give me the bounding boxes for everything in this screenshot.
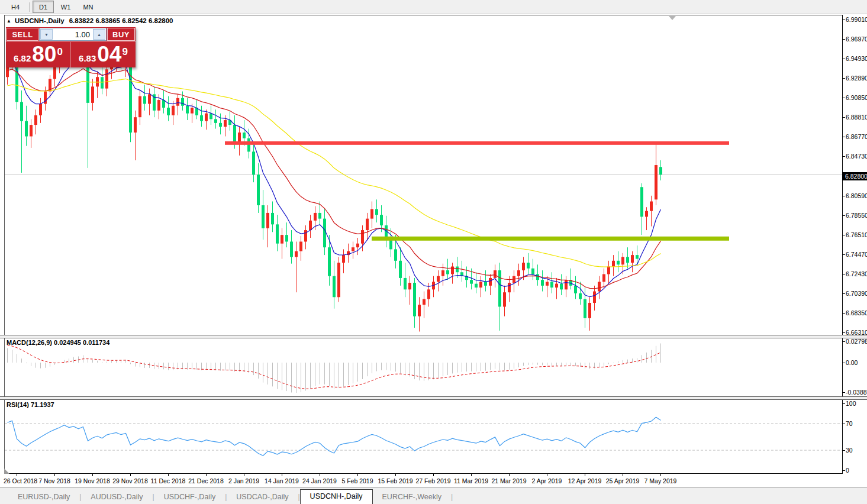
chart-tab-usdchf[interactable]: USDCHF-,Daily <box>154 490 225 504</box>
pane-resize-gripper[interactable] <box>4 469 9 474</box>
price-axis-label: 6.90850 <box>846 94 867 101</box>
rsi-axis-tick <box>843 470 845 471</box>
time-axis-tick <box>130 474 131 476</box>
price-axis-tick <box>843 59 845 59</box>
time-axis-label: 2 Apr 2019 <box>528 477 566 484</box>
chart-tab-eurusd[interactable]: EURUSD-,Daily <box>8 490 79 504</box>
price-axis-label: 6.80590 <box>846 192 867 199</box>
time-axis-tick <box>357 474 358 476</box>
rsi-axis-label: 30 <box>846 447 853 454</box>
rsi-axis-label: 70 <box>846 420 853 427</box>
chart-shift-marker[interactable] <box>669 16 676 20</box>
price-axis-tick <box>843 137 845 137</box>
rsi-indicator-canvas[interactable] <box>0 400 843 474</box>
time-axis-label: 21 Dec 2018 <box>187 477 225 484</box>
price-axis-label: 6.88810 <box>846 114 867 121</box>
trading-terminal: H4D1W1MN ▲ USDCNH-,Daily 6.83822 6.83865… <box>0 0 867 504</box>
volume-stepper: ▼ ▲ <box>39 28 107 41</box>
price-axis-tick <box>843 274 845 274</box>
macd-indicator-canvas[interactable] <box>0 338 843 397</box>
price-axis-label: 6.68350 <box>846 309 867 316</box>
price-axis-label: 6.66310 <box>846 329 867 336</box>
price-axis-label: 6.72430 <box>846 270 867 277</box>
price-axis-label: 6.96970 <box>846 35 867 43</box>
time-axis-label: 2 Jan 2019 <box>225 477 263 484</box>
price-axis-tick <box>843 235 845 235</box>
time-axis-tick <box>585 474 585 476</box>
macd-axis-label: -0.038874 <box>846 389 867 396</box>
timeframe-button-d1[interactable]: D1 <box>33 1 54 13</box>
time-axis-tick <box>244 474 244 476</box>
time-axis-label: 11 Dec 2018 <box>149 477 187 484</box>
time-axis-tick <box>168 474 169 476</box>
rsi-axis-tick <box>843 424 845 424</box>
sell-price-sup: 0 <box>57 46 62 58</box>
price-axis-label: 6.76510 <box>846 231 867 238</box>
current-price-badge: 6.82800 <box>843 172 867 180</box>
time-axis-tick <box>547 474 547 476</box>
price-axis-tick <box>843 313 845 314</box>
time-axis-tick <box>395 474 396 476</box>
rsi-axis-label: 100 <box>846 400 856 407</box>
collapse-icon[interactable]: ▲ <box>7 18 11 24</box>
time-axis-label: 15 Feb 2019 <box>376 477 414 484</box>
rsi-label: RSI(14) 71.1937 <box>7 401 54 408</box>
price-axis-tick <box>843 20 845 20</box>
price-axis-label: 6.94930 <box>846 55 867 62</box>
timeframe-button-h4[interactable]: H4 <box>5 1 26 13</box>
time-axis-tick <box>509 474 510 476</box>
buy-button[interactable]: BUY <box>107 28 135 41</box>
caret-down-icon: ▼ <box>44 33 49 37</box>
time-axis-label: 14 Jan 2019 <box>263 477 301 484</box>
price-axis-label: 6.78550 <box>846 212 867 219</box>
chart-tab-audusd[interactable]: AUDUSD-,Daily <box>81 490 152 504</box>
time-axis-tick <box>17 474 17 476</box>
sell-button[interactable]: SELL <box>7 28 38 41</box>
volume-decrease-button[interactable]: ▼ <box>40 29 53 40</box>
time-axis-tick <box>433 474 434 476</box>
buy-price-big: 04 <box>97 43 121 66</box>
sell-price-head: 6.82 <box>14 53 31 63</box>
timeframe-button-mn[interactable]: MN <box>78 1 99 13</box>
time-axis-tick <box>660 474 661 476</box>
caret-up-icon: ▲ <box>97 33 101 37</box>
volume-input[interactable] <box>53 28 92 40</box>
time-axis-label: 19 Nov 2018 <box>73 477 111 484</box>
time-axis-label: 25 Apr 2019 <box>604 477 642 484</box>
time-axis-label: 27 Feb 2019 <box>414 477 452 484</box>
chart-tab-usdcnh[interactable]: USDCNH-,Daily <box>300 489 373 504</box>
price-axis-tick <box>843 156 845 157</box>
chart-tab-usdcad[interactable]: USDCAD-,Daily <box>227 490 298 504</box>
price-axis-tick <box>843 39 845 40</box>
price-axis-label: 6.84730 <box>846 153 867 160</box>
timeframe-toolbar: H4D1W1MN <box>0 0 867 14</box>
macd-label: MACD(12,26,9) 0.024945 0.011734 <box>7 339 109 346</box>
price-axis-tick <box>843 117 845 118</box>
one-click-trading-panel: SELL ▼ ▲ BUY 6.82 80 0 6.83 04 9 <box>6 27 136 67</box>
sell-price-display[interactable]: 6.82 80 0 <box>6 42 70 67</box>
price-axis-tick <box>843 332 845 333</box>
time-axis-tick <box>471 474 472 476</box>
toolbar-separator <box>29 2 30 12</box>
buy-price-sup: 9 <box>122 46 127 58</box>
macd-axis-tick <box>843 392 845 393</box>
rsi-axis-tick <box>843 450 845 451</box>
price-axis-tick <box>843 98 845 98</box>
volume-increase-button[interactable]: ▲ <box>93 29 105 40</box>
price-axis-label: 6.86770 <box>846 133 867 140</box>
current-price-value: 6.82800 <box>845 173 867 180</box>
time-axis-label: 11 Mar 2019 <box>452 477 490 484</box>
time-axis-label: 7 May 2019 <box>642 477 679 484</box>
rsi-axis-label: 0 <box>846 467 849 474</box>
price-axis-tick <box>843 78 845 79</box>
price-axis-tick <box>843 293 845 294</box>
rsi-axis-tick <box>843 403 845 404</box>
buy-price-display[interactable]: 6.83 04 9 <box>70 42 136 67</box>
chart-title: ▲ USDCNH-,Daily 6.83822 6.83865 6.82542 … <box>7 17 173 25</box>
chart-symbol-label: USDCNH-,Daily <box>15 17 65 24</box>
time-axis-label: 29 Nov 2018 <box>111 477 149 484</box>
timeframe-button-w1[interactable]: W1 <box>55 1 76 13</box>
sell-price-big: 80 <box>32 43 56 66</box>
chart-tab-eurchf[interactable]: EURCHF-,Weekly <box>373 490 451 504</box>
price-axis-label: 6.70390 <box>846 290 867 297</box>
